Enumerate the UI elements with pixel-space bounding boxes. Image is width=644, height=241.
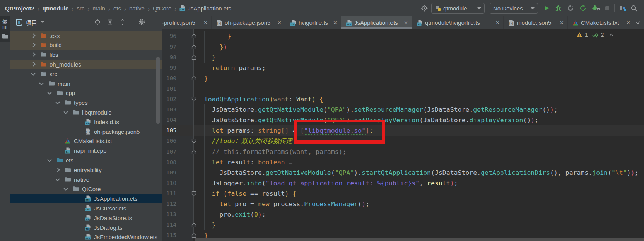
tree-item-index-d-ts[interactable]: TSIndex.d.ts: [10, 117, 162, 127]
tree-item-oh-modules[interactable]: oh_modules: [10, 60, 162, 69]
tree-item-jsdatastore-ts[interactable]: TSJsDataStore.ts: [10, 213, 162, 223]
breadcrumb-item[interactable]: QtCore: [153, 5, 171, 12]
tree-chevron-down-icon[interactable]: [47, 91, 51, 95]
tree-chevron-down-icon[interactable]: [55, 177, 60, 181]
tree-item-libqtmodule[interactable]: libqtmodule: [10, 108, 162, 117]
inspections-widget[interactable]: 12: [576, 31, 614, 39]
header-separator[interactable]: [132, 18, 132, 26]
fold-marker-up-icon[interactable]: [191, 233, 196, 238]
tree-chevron-down-icon[interactable]: [55, 100, 60, 104]
tree-chevron-down-icon[interactable]: [63, 186, 68, 191]
tab-close-icon[interactable]: ×: [278, 19, 281, 26]
tab-jsapplication-ets[interactable]: ETSJsApplication.ets×: [341, 16, 412, 29]
tree-item-oh-package-json5[interactable]: {·}oh-package.json5: [10, 127, 162, 137]
tree-chevron-down-icon[interactable]: [39, 81, 43, 85]
tab-close-icon[interactable]: ×: [404, 19, 408, 26]
file-cmake-icon: [65, 138, 71, 144]
tree-item-ets[interactable]: ets: [10, 156, 162, 165]
rerun-button[interactable]: [579, 5, 586, 12]
tab-qtmodule-hvigorfile-ts[interactable]: TSqtmodule\hvigorfile.ts×: [412, 16, 504, 29]
tab-close-icon[interactable]: ×: [204, 19, 207, 26]
project-panel-title[interactable]: 项目: [26, 18, 37, 26]
tree-item-cpp[interactable]: cpp: [10, 88, 162, 98]
tree-chevron-right-icon[interactable]: [31, 33, 35, 38]
breadcrumb-item[interactable]: QtProject2: [5, 5, 34, 12]
run-config-combo[interactable]: qtmodule: [431, 3, 485, 14]
tab-overflow-chevron-icon[interactable]: [635, 20, 641, 26]
locate-file-icon[interactable]: [94, 19, 101, 26]
expand-all-icon[interactable]: [107, 19, 113, 25]
tree-item-entryability[interactable]: entryability: [10, 165, 162, 175]
breadcrumb-separator: ›: [108, 3, 110, 13]
tree-item--cxx[interactable]: .cxx: [10, 31, 162, 41]
tree-chevron-right-icon[interactable]: [55, 168, 60, 172]
debug-button[interactable]: [555, 5, 562, 12]
tree-item-jsdialog-ts[interactable]: TSJsDialog.ts: [10, 223, 162, 232]
tree-scrollbar[interactable]: [156, 57, 160, 124]
fold-marker-down-icon[interactable]: [191, 138, 196, 144]
tab-cmakelists-txt[interactable]: CMakeLists.txt×: [568, 16, 634, 29]
stop-button: [604, 5, 610, 11]
tree-item-cmakelists-txt[interactable]: CMakeLists.txt: [10, 136, 162, 146]
tab-oh-package-json5[interactable]: {·}oh-package.json5×: [212, 16, 285, 29]
fold-marker-down-icon[interactable]: [191, 191, 196, 196]
settings-gear-icon[interactable]: [138, 19, 145, 26]
tab-hvigorfile-ts[interactable]: TShvigorfile.ts×: [285, 16, 341, 29]
tab-close-icon[interactable]: ×: [560, 19, 564, 26]
breadcrumb-item[interactable]: main: [92, 5, 105, 12]
tree-item-jsapplication-ets[interactable]: ETSJsApplication.ets: [10, 194, 162, 203]
devices-combo[interactable]: No Devices: [490, 3, 538, 14]
sidebar-tab-project[interactable]: 项目: [0, 16, 10, 42]
tree-item-jscursor-ets[interactable]: ETSJsCursor.ets: [10, 203, 162, 213]
fold-marker-down-icon[interactable]: [191, 97, 196, 102]
fold-marker-up-icon[interactable]: [191, 76, 196, 81]
tab-close-icon[interactable]: ×: [496, 19, 499, 26]
tab-close-icon[interactable]: ×: [627, 19, 630, 26]
fold-marker-up-icon[interactable]: [191, 34, 196, 39]
editor-tab-bar: -profile.json5×{·}oh-package.json5×TShvi…: [162, 16, 644, 29]
tree-item-src[interactable]: src: [10, 69, 162, 79]
fold-marker-up-icon[interactable]: [191, 44, 196, 50]
profiler-button[interactable]: [567, 5, 574, 12]
breadcrumb-item[interactable]: ets: [113, 5, 121, 12]
tree-chevron-down-icon[interactable]: [63, 109, 68, 114]
tree-chevron-right-icon[interactable]: [31, 62, 35, 66]
device-manager-icon[interactable]: [619, 5, 627, 12]
tab-module-json5[interactable]: {·}module.json5×: [504, 16, 568, 29]
tree-item-jsembeddedwindow-ets[interactable]: ETSJsEmbeddedWindow.ets: [10, 232, 162, 241]
editor-horizontal-scrollbar[interactable]: [195, 238, 644, 241]
locate-icon[interactable]: [420, 4, 428, 12]
tree-item-types[interactable]: types: [10, 98, 162, 108]
tree-chevron-down-icon[interactable]: [47, 157, 51, 162]
tree-item-native[interactable]: native: [10, 175, 162, 185]
tab-close-icon[interactable]: ×: [333, 19, 337, 26]
svg-text:ETS: ETS: [181, 9, 185, 11]
tab--profile-json5[interactable]: -profile.json5×: [162, 16, 212, 29]
breadcrumb-separator: ›: [72, 3, 73, 13]
tree-item-napi-init-cpp[interactable]: C++napi_init.cpp: [10, 146, 162, 156]
fold-marker-up-icon[interactable]: [191, 55, 196, 60]
tree-item-main[interactable]: main: [10, 79, 162, 89]
collapse-all-icon[interactable]: [120, 19, 126, 25]
breadcrumb-item[interactable]: native: [129, 5, 145, 12]
warning-count[interactable]: 1: [585, 32, 588, 38]
tree-item-qtcore[interactable]: QtCore: [10, 184, 162, 194]
tree-item-libs[interactable]: libs: [10, 50, 162, 60]
tree-chevron-down-icon[interactable]: [31, 71, 35, 75]
breadcrumb-item[interactable]: qtmodule: [43, 5, 69, 12]
search-everywhere-icon[interactable]: [630, 5, 638, 12]
passed-count[interactable]: 2: [601, 32, 604, 38]
project-panel-dropdown-caret[interactable]: [41, 21, 44, 23]
hide-panel-icon[interactable]: [152, 19, 157, 25]
breadcrumb[interactable]: QtProject2›qtmodule›src›main›ets›native›…: [5, 0, 231, 16]
inspections-chevron-icon[interactable]: [609, 33, 614, 37]
tree-item-build[interactable]: build: [10, 40, 162, 50]
fold-marker-up-icon[interactable]: [191, 222, 196, 227]
tree-chevron-right-icon[interactable]: [31, 43, 35, 47]
breadcrumb-item[interactable]: ETSJsApplication.ets: [179, 5, 231, 12]
attach-debugger-button[interactable]: [592, 5, 600, 12]
fold-marker-up-icon[interactable]: [191, 149, 196, 154]
run-button[interactable]: [543, 5, 550, 12]
breadcrumb-item[interactable]: src: [77, 5, 84, 12]
tree-chevron-right-icon[interactable]: [31, 53, 35, 57]
